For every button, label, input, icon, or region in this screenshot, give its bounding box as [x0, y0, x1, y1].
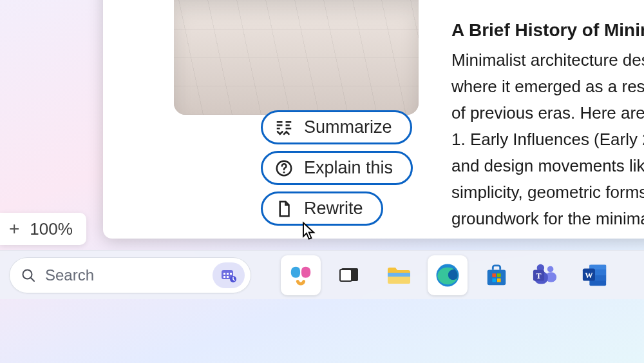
document-line: groundwork for the minimalist d — [451, 206, 644, 232]
taskbar: Search — [0, 250, 644, 299]
svg-text:W: W — [585, 270, 593, 279]
svg-rect-16 — [492, 273, 496, 277]
word-icon: W — [581, 262, 608, 288]
zoom-status-strip: + 100% — [0, 213, 86, 245]
zoom-in-icon[interactable]: + — [9, 219, 19, 239]
svg-text:T: T — [536, 271, 542, 280]
copilot-action-menu: Summarize Explain this Rewrite — [261, 110, 413, 226]
document-icon — [274, 199, 294, 219]
svg-rect-4 — [223, 273, 225, 275]
svg-point-20 — [547, 266, 554, 272]
question-circle-icon — [274, 159, 294, 178]
taskbar-word[interactable]: W — [574, 255, 614, 295]
svg-rect-7 — [223, 276, 225, 278]
file-explorer-icon — [386, 264, 412, 286]
search-icon — [21, 268, 36, 283]
minimalist-architecture-image — [174, 0, 419, 115]
copilot-icon — [289, 263, 313, 288]
document-heading: A Brief History of Minimalist A — [451, 20, 644, 41]
zoom-level: 100% — [30, 219, 73, 239]
taskbar-copilot[interactable] — [281, 255, 321, 295]
microsoft-store-icon — [484, 263, 509, 288]
search-highlights-icon[interactable] — [213, 262, 245, 288]
svg-rect-8 — [227, 276, 229, 278]
document-line: where it emerged as a response — [451, 74, 644, 100]
summarize-button[interactable]: Summarize — [261, 110, 412, 144]
document-line: simplicity, geometric forms, and — [451, 179, 644, 206]
svg-point-1 — [283, 171, 285, 173]
svg-rect-17 — [497, 273, 501, 277]
rewrite-button[interactable]: Rewrite — [261, 191, 383, 226]
task-view-icon — [339, 264, 361, 286]
document-line: and design movements like De S — [451, 153, 644, 179]
edge-icon — [434, 262, 461, 289]
taskbar-teams[interactable]: T — [526, 255, 565, 295]
rewrite-label: Rewrite — [304, 199, 363, 219]
taskbar-task-view[interactable] — [330, 255, 370, 295]
svg-rect-6 — [230, 273, 232, 275]
search-placeholder: Search — [45, 266, 204, 284]
document-line: 1. Early Influences (Early 20th C — [451, 126, 644, 153]
explain-label: Explain this — [304, 158, 393, 178]
summarize-label: Summarize — [304, 117, 392, 137]
document-line: Minimalist architecture design h — [451, 47, 644, 74]
svg-rect-19 — [497, 278, 501, 282]
taskbar-file-explorer[interactable] — [379, 255, 419, 295]
taskbar-search[interactable]: Search — [9, 257, 251, 293]
taskbar-microsoft-store[interactable] — [477, 255, 516, 295]
svg-rect-13 — [388, 273, 410, 277]
svg-rect-5 — [227, 273, 229, 275]
document-line: of previous eras. Here are some — [451, 100, 644, 126]
svg-rect-18 — [492, 278, 496, 282]
document-body: A Brief History of Minimalist A Minimali… — [451, 20, 644, 232]
svg-rect-15 — [488, 270, 506, 285]
explain-button[interactable]: Explain this — [261, 151, 413, 185]
svg-rect-11 — [340, 270, 352, 281]
taskbar-edge[interactable] — [428, 255, 468, 295]
teams-icon: T — [532, 262, 559, 288]
summarize-icon — [274, 118, 294, 137]
